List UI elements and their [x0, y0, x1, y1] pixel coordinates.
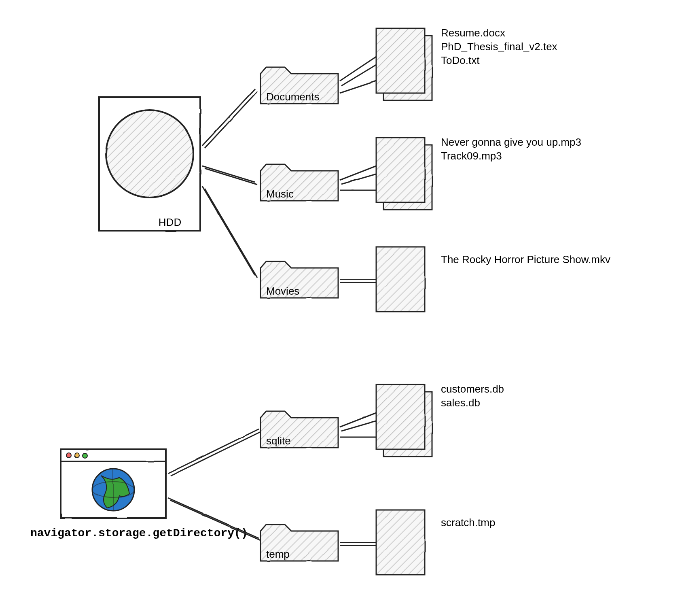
svg-line-34	[170, 431, 261, 476]
sqlite-files-icon	[376, 384, 432, 457]
documents-file-0: Resume.docx	[441, 27, 505, 39]
temp-file-connector	[340, 542, 376, 546]
svg-line-38	[341, 421, 376, 431]
svg-line-20	[340, 166, 376, 180]
music-file-0: Never gonna give you up.mp3	[441, 136, 581, 148]
browser-api-label: navigator.storage.getDirectory()	[30, 527, 248, 540]
folder-sqlite-label: sqlite	[266, 435, 291, 447]
folder-music-label: Music	[266, 188, 294, 200]
movies-files-icon	[376, 247, 425, 312]
documents-file-connector	[340, 57, 376, 93]
folder-sqlite: sqlite	[261, 411, 339, 448]
folder-documents: Documents	[261, 67, 339, 104]
svg-line-17	[340, 57, 376, 81]
music-file-connector	[340, 166, 376, 190]
music-file-1: Track09.mp3	[441, 150, 502, 162]
temp-file-0: scratch.tmp	[441, 516, 495, 529]
hdd-icon	[99, 97, 200, 231]
svg-line-33	[168, 429, 259, 474]
documents-files-icon	[376, 28, 432, 100]
documents-file-2: ToDo.txt	[441, 54, 480, 66]
svg-point-28	[74, 453, 79, 458]
svg-line-16	[205, 189, 257, 278]
svg-line-15	[202, 186, 255, 275]
folder-temp: temp	[261, 525, 339, 561]
movies-file-connector	[340, 279, 376, 283]
movies-file-0: The Rocky Horror Picture Show.mkv	[441, 253, 610, 266]
svg-line-37	[340, 413, 376, 427]
folder-temp-label: temp	[266, 548, 290, 560]
hdd-label: HDD	[159, 216, 181, 228]
hdd-connectors	[202, 89, 257, 278]
svg-point-27	[66, 453, 71, 458]
temp-files-icon	[376, 510, 425, 575]
svg-line-13	[202, 166, 255, 182]
svg-point-29	[83, 453, 87, 458]
svg-line-14	[205, 168, 257, 185]
folder-movies: Movies	[261, 261, 339, 298]
sqlite-file-1: sales.db	[441, 397, 480, 409]
folder-music: Music	[261, 164, 339, 201]
folder-movies-label: Movies	[266, 285, 299, 297]
svg-line-11	[202, 89, 255, 146]
svg-line-19	[340, 81, 376, 93]
folder-documents-label: Documents	[266, 91, 320, 103]
svg-point-10	[106, 110, 193, 198]
sqlite-file-0: customers.db	[441, 383, 504, 395]
svg-line-12	[205, 91, 257, 148]
globe-icon	[92, 469, 134, 511]
svg-line-21	[341, 174, 376, 184]
documents-file-1: PhD_Thesis_final_v2.tex	[441, 40, 557, 53]
browser-connectors	[168, 429, 261, 541]
sqlite-file-connector	[340, 413, 376, 437]
music-files-icon	[376, 138, 432, 210]
